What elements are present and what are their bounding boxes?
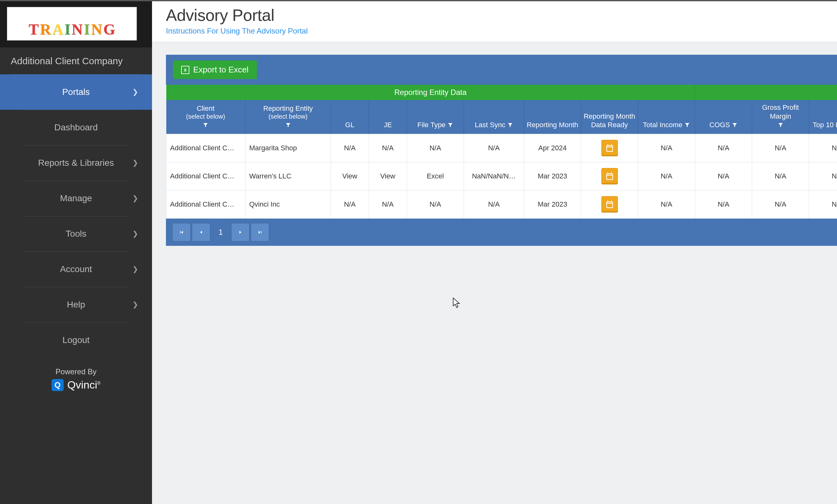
data-grid: Reporting Entity DataProfit & Loss Clien… [166, 85, 837, 219]
column-label: Client [197, 104, 214, 113]
cell: N/A [809, 190, 837, 218]
grid-scroll[interactable]: Reporting Entity DataProfit & Loss Clien… [166, 85, 837, 219]
filter-icon[interactable] [732, 121, 737, 130]
cell [581, 162, 638, 190]
column-sublabel: (select below) [169, 113, 243, 120]
filter-icon[interactable] [684, 121, 690, 130]
sidebar-item-label: Tools [66, 229, 86, 239]
cell: Warren's LLC [246, 162, 331, 190]
filter-icon[interactable] [285, 121, 291, 130]
pager-first-button[interactable] [172, 223, 191, 241]
content: x Export to Excel Reporting Entity DataP… [152, 42, 837, 246]
column-label: Top 10 Expen… [813, 120, 837, 129]
sidebar-item-tools[interactable]: Tools❯ [0, 216, 152, 251]
calendar-button[interactable] [601, 140, 618, 156]
column-header[interactable]: GL [331, 100, 369, 134]
pager-next-button[interactable] [231, 223, 250, 241]
table-row: Additional Client C…Margarita ShopN/AN/A… [166, 134, 837, 162]
sidebar-item-manage[interactable]: Manage❯ [0, 181, 152, 216]
column-group-row: Reporting Entity DataProfit & Loss [166, 85, 837, 100]
cell: N/A [369, 190, 407, 218]
column-header[interactable]: Total Income [638, 100, 695, 134]
cell: N/A [407, 134, 464, 162]
column-label: GL [345, 120, 354, 129]
column-label: File Type [417, 120, 446, 129]
column-header[interactable]: Client(select below) [166, 100, 246, 134]
column-header[interactable]: Top 10 Expen… [809, 100, 837, 134]
cell: N/A [809, 134, 837, 162]
cell: N/A [752, 190, 809, 218]
column-header[interactable]: Reporting Entity(select below) [246, 100, 331, 134]
filter-icon[interactable] [203, 121, 208, 130]
training-logo: TRAINING [7, 7, 137, 40]
cell: Excel [407, 162, 464, 190]
chevron-right-icon: ❯ [132, 194, 138, 203]
cell: N/A [369, 134, 407, 162]
column-label: Reporting Month [527, 120, 578, 129]
sidebar-item-logout[interactable]: Logout [0, 322, 152, 358]
page-header: Advisory Portal Instructions For Using T… [152, 1, 837, 42]
cell[interactable]: View [331, 162, 369, 190]
main: Advisory Portal Instructions For Using T… [152, 0, 837, 504]
column-label: Last Sync [475, 120, 505, 129]
export-excel-button[interactable]: x Export to Excel [173, 60, 257, 79]
column-header[interactable]: Gross Profit Margin [752, 100, 809, 134]
cell[interactable]: View [369, 162, 407, 190]
sidebar-item-label: Dashboard [54, 123, 98, 133]
sidebar-item-account[interactable]: Account❯ [0, 251, 152, 287]
chevron-right-icon: ❯ [132, 301, 138, 309]
sidebar-item-dashboard[interactable]: Dashboard [0, 110, 152, 145]
pager-last-button[interactable] [251, 223, 269, 241]
filter-icon[interactable] [447, 121, 453, 130]
cell: N/A [638, 134, 695, 162]
cell: N/A [695, 190, 752, 218]
company-name: Additional Client Company [0, 48, 152, 74]
column-label: COGS [709, 120, 730, 129]
cell [581, 190, 638, 218]
chevron-right-icon: ❯ [132, 159, 138, 167]
cell: Mar 2023 [524, 190, 581, 218]
calendar-button[interactable] [601, 196, 618, 212]
chevron-right-icon: ❯ [132, 88, 138, 96]
cell [581, 134, 638, 162]
column-header[interactable]: Reporting Month [524, 100, 581, 134]
logo-container: TRAINING [0, 1, 152, 48]
cell: NaN/NaN/N… [464, 162, 524, 190]
table-row: Additional Client C…Qvinci IncN/AN/AN/AN… [166, 190, 837, 218]
column-label: Reporting Entity [263, 104, 313, 113]
page-title: Advisory Portal [166, 6, 823, 25]
column-label: Gross Profit Margin [755, 103, 806, 120]
qvinci-brand: Q Qvinci® [52, 379, 101, 391]
column-header[interactable]: Reporting Month Data Ready [581, 100, 638, 134]
cell: N/A [407, 190, 464, 218]
powered-by: Powered By Q Qvinci® [0, 358, 152, 404]
qvinci-text: Qvinci® [68, 379, 101, 391]
cell: N/A [638, 190, 695, 218]
filter-icon[interactable] [507, 121, 513, 130]
column-header[interactable]: File Type [407, 100, 464, 134]
sidebar-item-reports-libraries[interactable]: Reports & Libraries❯ [0, 145, 152, 181]
column-header[interactable]: COGS [695, 100, 752, 134]
sidebar: TRAINING Additional Client Company Porta… [0, 0, 152, 504]
cell: N/A [464, 190, 524, 218]
instructions-link[interactable]: Instructions For Using The Advisory Port… [166, 26, 308, 35]
cell: Qvinci Inc [246, 190, 331, 218]
cell: N/A [638, 162, 695, 190]
cell: N/A [331, 190, 369, 218]
column-group: Profit & Loss [695, 85, 837, 100]
chevron-right-icon: ❯ [132, 230, 138, 238]
pager-prev-button[interactable] [192, 223, 210, 241]
calendar-button[interactable] [601, 168, 618, 184]
cell: N/A [331, 134, 369, 162]
filter-icon[interactable] [778, 121, 783, 130]
column-label: Reporting Month Data Ready [584, 112, 635, 129]
cell: Margarita Shop [246, 134, 331, 162]
sidebar-item-portals[interactable]: Portals❯ [0, 74, 152, 110]
cell: N/A [752, 134, 809, 162]
powered-label: Powered By [0, 367, 152, 376]
column-group: Reporting Entity Data [166, 85, 695, 100]
column-header[interactable]: JE [369, 100, 407, 134]
sidebar-item-help[interactable]: Help❯ [0, 287, 152, 322]
column-header[interactable]: Last Sync [464, 100, 524, 134]
excel-icon: x [181, 66, 189, 74]
